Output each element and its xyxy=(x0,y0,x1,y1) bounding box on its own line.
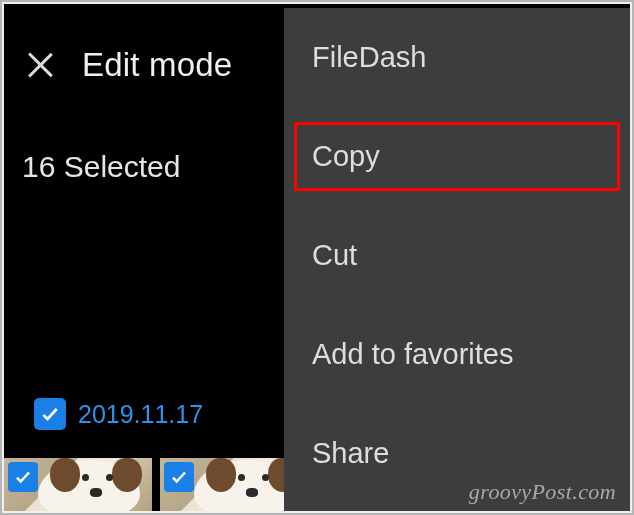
check-icon xyxy=(170,468,188,486)
thumbnail-checkbox[interactable] xyxy=(8,462,38,492)
date-group-row[interactable]: 2019.11.17 xyxy=(34,398,203,430)
menu-item-label: Copy xyxy=(312,140,380,173)
thumbnail-item[interactable] xyxy=(4,458,152,511)
menu-item-label: FileDash xyxy=(312,41,426,74)
menu-item-share[interactable]: Share xyxy=(284,404,630,503)
thumbnail-checkbox[interactable] xyxy=(164,462,194,492)
selection-count-label: 16 Selected xyxy=(22,150,180,184)
menu-item-add-to-favorites[interactable]: Add to favorites xyxy=(284,305,630,404)
menu-item-filedash[interactable]: FileDash xyxy=(284,8,630,107)
app-screen: Edit mode 16 Selected 2019.11.17 xyxy=(4,4,630,511)
close-icon[interactable] xyxy=(26,51,54,79)
menu-item-cut[interactable]: Cut xyxy=(284,206,630,305)
menu-item-copy[interactable]: Copy xyxy=(284,107,630,206)
menu-item-label: Share xyxy=(312,437,389,470)
page-title: Edit mode xyxy=(82,46,232,84)
check-icon xyxy=(40,404,60,424)
date-label: 2019.11.17 xyxy=(78,400,203,429)
menu-item-label: Add to favorites xyxy=(312,338,514,371)
menu-item-label: Cut xyxy=(312,239,357,272)
date-checkbox[interactable] xyxy=(34,398,66,430)
check-icon xyxy=(14,468,32,486)
context-menu: FileDash Copy Cut Add to favorites Share xyxy=(284,8,630,511)
thumbnail-strip xyxy=(4,458,308,511)
header: Edit mode xyxy=(26,46,232,84)
